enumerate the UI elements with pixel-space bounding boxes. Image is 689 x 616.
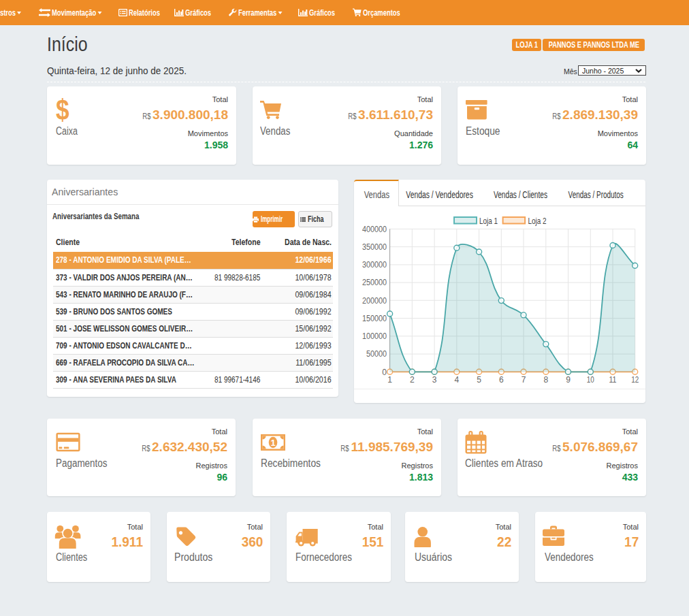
svg-text:6: 6 (499, 375, 504, 385)
svg-text:Loja 1: Loja 1 (479, 216, 498, 226)
svg-text:12: 12 (631, 375, 639, 385)
svg-text:5: 5 (477, 375, 481, 385)
svg-text:11: 11 (609, 375, 617, 385)
svg-text:10: 10 (587, 375, 594, 385)
svg-text:100000: 100000 (362, 331, 387, 341)
svg-text:150000: 150000 (362, 314, 387, 323)
svg-text:9: 9 (566, 375, 571, 385)
svg-text:1: 1 (387, 375, 392, 385)
svg-text:200000: 200000 (362, 296, 387, 306)
svg-text:400000: 400000 (362, 225, 387, 234)
svg-text:2: 2 (410, 375, 415, 385)
svg-text:300000: 300000 (362, 260, 387, 270)
svg-text:4: 4 (454, 375, 459, 385)
svg-text:350000: 350000 (362, 242, 387, 252)
svg-text:0: 0 (382, 368, 387, 377)
svg-text:Loja 2: Loja 2 (528, 216, 547, 226)
svg-text:8: 8 (543, 375, 548, 385)
svg-text:250000: 250000 (362, 278, 387, 287)
svg-text:7: 7 (522, 375, 526, 385)
svg-text:3: 3 (432, 375, 437, 385)
svg-text:1: 1 (270, 438, 275, 448)
svg-text:50000: 50000 (366, 349, 387, 359)
